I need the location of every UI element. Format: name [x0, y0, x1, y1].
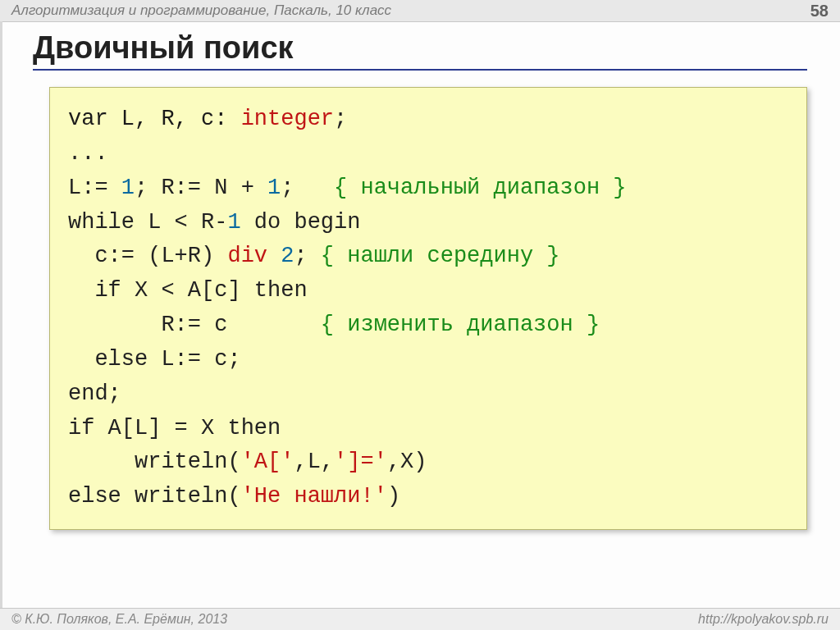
- code-line: end;: [68, 381, 121, 406]
- code-block: var L, R, c: integer; ... L:= 1; R:= N +…: [49, 87, 807, 530]
- footer-bar: © К.Ю. Поляков, Е.А. Ерёмин, 2013 http:/…: [0, 608, 840, 630]
- footer-url: http://kpolyakov.spb.ru: [698, 612, 829, 627]
- code-line: c:= (L+R) div 2; { нашли середину }: [68, 244, 560, 268]
- code-line: R:= c { изменить диапазон }: [68, 313, 600, 337]
- header-bar: Алгоритмизация и программирование, Паска…: [0, 0, 840, 22]
- code-line: else writeln('Не нашли!'): [68, 484, 400, 509]
- code-line: while L < R-1 do begin: [68, 210, 360, 235]
- title-area: Двоичный поиск: [0, 22, 840, 75]
- code-line: writeln('A[',L,']=',X): [68, 450, 427, 474]
- breadcrumb: Алгоритмизация и программирование, Паска…: [11, 2, 391, 19]
- code-line: else L:= c;: [68, 347, 241, 372]
- left-margin-rule: [0, 21, 2, 609]
- footer-copyright: © К.Ю. Поляков, Е.А. Ерёмин, 2013: [11, 612, 227, 627]
- page-title: Двоичный поиск: [33, 30, 807, 71]
- code-line: L:= 1; R:= N + 1; { начальный диапазон }: [68, 176, 627, 200]
- code-line: if X < A[c] then: [68, 278, 308, 303]
- code-line: var L, R, c: integer;: [68, 107, 347, 131]
- page-number: 58: [810, 2, 829, 21]
- code-line: ...: [68, 141, 108, 166]
- code-line: if A[L] = X then: [68, 416, 281, 441]
